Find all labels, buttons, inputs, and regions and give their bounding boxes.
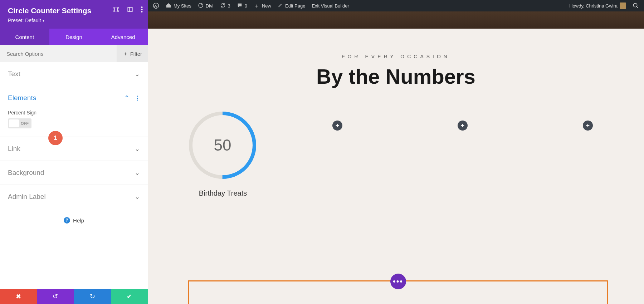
settings-tabs: Content Design Advanced [0,29,148,45]
sections-panel: Text ⌄ Elements ⌃ ⋮ Percent Sign OFF [0,62,148,289]
ab-divi[interactable]: Divi [198,3,214,9]
ab-new-label: New [262,3,271,9]
testimonial-section-outline[interactable]: “ ••• [188,280,608,304]
avatar [620,3,626,9]
ab-updates-count: 3 [228,3,230,9]
ab-my-sites[interactable]: My Sites [166,3,191,9]
add-module-button[interactable]: + [583,121,593,131]
expand-icon[interactable] [113,6,119,14]
help-icon: ? [64,217,70,224]
plus-icon: ＋ [254,2,260,10]
svg-point-8 [633,3,637,7]
help-row[interactable]: ? Help [0,209,148,238]
section-elements: Elements ⌃ ⋮ Percent Sign OFF [0,86,148,137]
toggle-knob [9,119,19,127]
gauge-icon [198,3,204,9]
svg-point-5 [141,11,142,13]
section-text[interactable]: Text ⌄ [0,62,148,86]
add-module-button[interactable]: + [458,121,468,131]
filter-button-label: Filter [130,51,142,57]
ab-new[interactable]: ＋ New [254,2,271,10]
chevron-down-icon: ⌄ [135,169,140,177]
section-background[interactable]: Background ⌄ [0,161,148,185]
tab-content[interactable]: Content [0,29,49,45]
section-link[interactable]: Link ⌄ [0,137,148,161]
chevron-down-icon: ⌄ [135,70,140,78]
wp-logo[interactable] [153,3,159,9]
section-title-link: Link [8,145,20,153]
close-icon: ✖ [16,293,21,300]
ab-exit-vb[interactable]: Exit Visual Builder [312,3,349,9]
section-title-background: Background [8,169,44,177]
cancel-button[interactable]: ✖ [0,289,37,304]
hero-image-strip [148,11,644,29]
settings-sidebar: Circle Counter Settings Preset: Default … [0,0,148,304]
add-module-slot-3: + [427,110,498,197]
undo-icon: ↺ [53,293,58,300]
annotation-badge-1: 1 [48,131,63,145]
elements-body: Percent Sign OFF [8,110,140,129]
chevron-up-icon: ⌃ [124,94,130,102]
ab-howdy-label: Howdy, Christina Gwira [569,3,618,9]
tab-advanced[interactable]: Advanced [98,29,148,45]
svg-point-3 [141,6,142,8]
circle-counter-caption: Birthday Treats [187,189,259,197]
ab-howdy[interactable]: Howdy, Christina Gwira [569,3,626,9]
hero: FOR EVERY OCCASION By the Numbers [148,29,644,88]
undo-button[interactable]: ↺ [37,289,74,304]
page-preview: My Sites Divi 3 0 ＋ [148,0,644,304]
add-module-slot-2: + [302,110,373,197]
ab-comments-count: 0 [245,3,247,9]
section-title-text: Text [8,70,20,78]
add-module-button[interactable]: + [332,121,342,131]
ab-updates[interactable]: 3 [220,3,230,9]
tab-design[interactable]: Design [49,29,99,45]
svg-rect-1 [128,8,132,11]
counters-row: 50 Birthday Treats + + + [148,88,644,197]
chevron-down-icon: ⌄ [135,193,140,201]
percent-sign-label: Percent Sign [8,110,140,116]
ab-search[interactable] [633,3,639,9]
circle-counter-module[interactable]: 50 Birthday Treats [187,110,259,197]
home-icon [166,3,171,9]
svg-point-4 [141,9,142,10]
ab-comments[interactable]: 0 [237,3,247,9]
search-icon [633,3,639,9]
help-label: Help [73,217,84,224]
hero-eyebrow: FOR EVERY OCCASION [148,54,644,59]
refresh-icon [220,3,226,9]
save-button[interactable]: ✔ [111,289,148,304]
hero-title: By the Numbers [148,64,644,88]
sidebar-header: Circle Counter Settings Preset: Default [0,0,148,29]
add-module-slot-4: + [552,110,624,197]
more-icon[interactable] [141,6,143,14]
search-input[interactable] [0,51,117,57]
svg-rect-0 [114,8,118,11]
chevron-down-icon: ⌄ [135,145,140,153]
percent-sign-toggle[interactable]: OFF [8,118,31,128]
pencil-icon [278,3,283,9]
section-title-elements: Elements [8,94,36,102]
section-admin-label[interactable]: Admin Label ⌄ [0,185,148,209]
plus-icon: ＋ [123,50,128,57]
svg-line-9 [636,6,638,8]
search-row: ＋ Filter [0,45,148,62]
dock-icon[interactable] [127,6,133,14]
ab-my-sites-label: My Sites [174,3,191,9]
filter-button[interactable]: ＋ Filter [117,45,148,62]
redo-icon: ↻ [90,293,95,300]
ab-edit-page-label: Edit Page [285,3,305,9]
toggle-state: OFF [21,121,29,126]
section-title-admin: Admin Label [8,193,46,201]
redo-button[interactable]: ↻ [74,289,111,304]
preset-selector[interactable]: Preset: Default [8,18,44,23]
circle-counter-ring: 50 [187,110,258,181]
ab-edit-page[interactable]: Edit Page [278,3,305,9]
ab-divi-label: Divi [206,3,214,9]
check-icon: ✔ [127,293,132,300]
comment-icon [237,3,243,9]
section-more-icon[interactable]: ⋮ [135,95,140,102]
section-actions-fab[interactable]: ••• [390,274,406,289]
wp-adminbar: My Sites Divi 3 0 ＋ [148,0,644,11]
section-elements-header[interactable]: Elements ⌃ ⋮ [8,94,140,102]
